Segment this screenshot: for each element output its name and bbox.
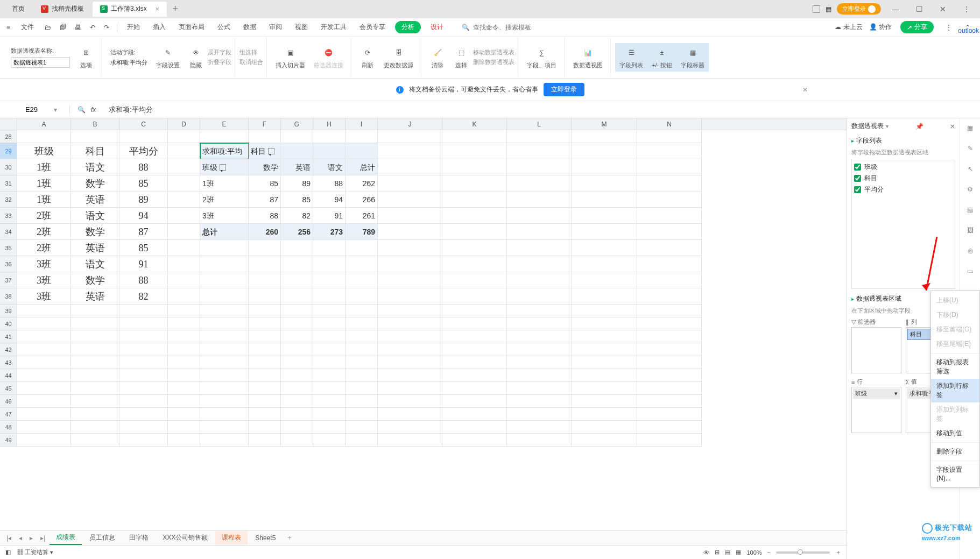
cell[interactable] bbox=[119, 408, 168, 421]
command-search[interactable]: 🔍 bbox=[462, 24, 833, 31]
row-header[interactable]: 39 bbox=[0, 305, 17, 317]
cell[interactable] bbox=[346, 421, 378, 434]
rail-image-icon[interactable]: 🖼 bbox=[965, 225, 976, 236]
add-sheet-button[interactable]: ＋ bbox=[283, 533, 296, 542]
row-header[interactable]: 43 bbox=[0, 356, 17, 369]
cell[interactable]: 82 bbox=[119, 288, 168, 305]
minimize-button[interactable]: — bbox=[886, 5, 905, 13]
filter-connections-button[interactable]: ⛔筛选器连接 bbox=[309, 43, 348, 72]
cell[interactable] bbox=[313, 272, 346, 288]
cell[interactable] bbox=[168, 382, 200, 395]
search-fx-icon[interactable]: 🔍 bbox=[77, 106, 86, 114]
cell[interactable] bbox=[507, 143, 572, 159]
pin-icon[interactable]: 📌 bbox=[915, 123, 923, 130]
cell[interactable] bbox=[119, 369, 168, 382]
cell[interactable] bbox=[168, 240, 200, 256]
sheet-tab-5[interactable]: 课程表 bbox=[215, 531, 248, 544]
rail-book-icon[interactable]: ▭ bbox=[965, 266, 976, 277]
cell[interactable] bbox=[346, 395, 378, 408]
cell[interactable] bbox=[281, 272, 313, 288]
cell[interactable] bbox=[442, 395, 507, 408]
tab-home[interactable]: 首页 bbox=[4, 2, 32, 17]
cell[interactable] bbox=[507, 175, 572, 192]
sheet-tab-4[interactable]: XXX公司销售额 bbox=[156, 531, 214, 544]
menu-formula[interactable]: 公式 bbox=[212, 20, 236, 34]
cell[interactable] bbox=[442, 240, 507, 256]
cell[interactable] bbox=[200, 330, 249, 343]
cell[interactable] bbox=[119, 395, 168, 408]
cell[interactable] bbox=[119, 434, 168, 447]
cell[interactable] bbox=[17, 395, 71, 408]
cell[interactable] bbox=[378, 192, 442, 208]
cell[interactable] bbox=[281, 317, 313, 330]
cell[interactable] bbox=[17, 317, 71, 330]
menu-insert[interactable]: 插入 bbox=[147, 20, 171, 34]
cell[interactable] bbox=[442, 288, 507, 305]
column-header-A[interactable]: A bbox=[17, 118, 71, 130]
cell[interactable]: 87 bbox=[249, 192, 281, 208]
cell[interactable]: 273 bbox=[313, 224, 346, 240]
cell[interactable] bbox=[442, 192, 507, 208]
cell[interactable] bbox=[346, 356, 378, 369]
share-button[interactable]: ↗ 分享 bbox=[900, 21, 934, 33]
row-header[interactable]: 32 bbox=[0, 192, 17, 208]
cell[interactable]: 2班 bbox=[17, 224, 71, 240]
cell[interactable] bbox=[378, 317, 442, 330]
cell[interactable] bbox=[168, 305, 200, 317]
row-header[interactable]: 48 bbox=[0, 421, 17, 434]
cell[interactable] bbox=[442, 343, 507, 356]
cell[interactable] bbox=[442, 330, 507, 343]
row-header[interactable]: 31 bbox=[0, 175, 17, 192]
cell[interactable] bbox=[71, 330, 119, 343]
column-header-B[interactable]: B bbox=[71, 118, 119, 130]
cell[interactable] bbox=[249, 305, 281, 317]
sheet-tab-1[interactable]: 成绩表 bbox=[50, 530, 82, 545]
overflow-icon[interactable]: ⋮ bbox=[957, 5, 976, 13]
field-avg[interactable]: 平均分 bbox=[854, 185, 953, 194]
cell[interactable] bbox=[249, 356, 281, 369]
cell[interactable] bbox=[378, 288, 442, 305]
options-button[interactable]: ⊞选项 bbox=[74, 43, 98, 72]
cell[interactable] bbox=[637, 382, 702, 395]
cell[interactable] bbox=[507, 130, 572, 143]
name-box-input[interactable] bbox=[13, 105, 51, 114]
row-header[interactable]: 47 bbox=[0, 408, 17, 421]
change-datasource-button[interactable]: 🗄更改数据源 bbox=[379, 43, 418, 72]
cell[interactable] bbox=[168, 369, 200, 382]
cell[interactable] bbox=[200, 240, 249, 256]
cell[interactable] bbox=[507, 305, 572, 317]
cell[interactable] bbox=[71, 317, 119, 330]
cell[interactable] bbox=[168, 330, 200, 343]
field-class[interactable]: 班级 bbox=[854, 162, 953, 172]
cell[interactable]: 3班 bbox=[17, 272, 71, 288]
sheet-tab-3[interactable]: 田字格 bbox=[123, 531, 155, 544]
cell[interactable] bbox=[71, 305, 119, 317]
zoom-in-button[interactable]: ＋ bbox=[835, 548, 841, 556]
rail-apps-icon[interactable]: ▦ bbox=[965, 123, 976, 133]
menu-view[interactable]: 视图 bbox=[290, 20, 313, 34]
cell[interactable]: 数学 bbox=[71, 272, 119, 288]
cell[interactable] bbox=[378, 130, 442, 143]
cloud-status[interactable]: ☁ 未上云 bbox=[835, 23, 862, 32]
cell[interactable] bbox=[572, 395, 637, 408]
cell[interactable] bbox=[168, 343, 200, 356]
cell[interactable] bbox=[442, 208, 507, 224]
cell[interactable] bbox=[378, 382, 442, 395]
column-header-J[interactable]: J bbox=[378, 118, 442, 130]
cell[interactable] bbox=[313, 256, 346, 272]
cell[interactable] bbox=[249, 288, 281, 305]
cell[interactable] bbox=[346, 240, 378, 256]
zoom-slider[interactable] bbox=[776, 551, 830, 554]
close-pane-icon[interactable]: ✕ bbox=[950, 123, 955, 130]
ctx-delete-field[interactable]: 删除字段 bbox=[931, 444, 979, 459]
cell[interactable]: 91 bbox=[119, 256, 168, 272]
cell[interactable] bbox=[71, 343, 119, 356]
plus-minus-toggle[interactable]: ±+/- 按钮 bbox=[647, 43, 676, 72]
rail-style-icon[interactable]: ✎ bbox=[965, 143, 976, 154]
cell[interactable] bbox=[168, 175, 200, 192]
cell[interactable]: 85 bbox=[119, 175, 168, 192]
ungroup-button[interactable]: 取消组合 bbox=[239, 58, 263, 66]
cell[interactable]: 求和项:平均分 bbox=[200, 143, 249, 159]
cell[interactable]: 总计 bbox=[200, 224, 249, 240]
cell[interactable] bbox=[378, 256, 442, 272]
